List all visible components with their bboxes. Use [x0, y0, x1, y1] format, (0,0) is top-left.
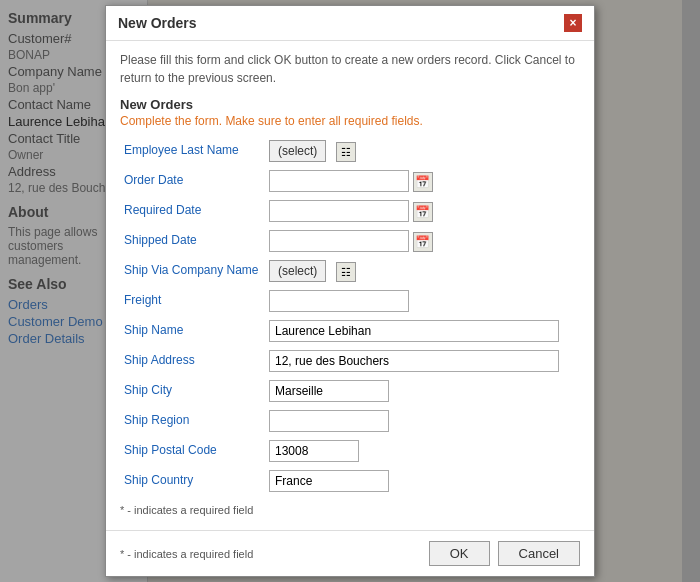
- required-date-cell: 📅: [265, 196, 580, 226]
- shipped-date-input[interactable]: [269, 230, 409, 252]
- ship-postal-code-label: Ship Postal Code: [120, 436, 265, 466]
- table-row: Ship Region: [120, 406, 580, 436]
- ship-name-input[interactable]: [269, 320, 559, 342]
- ship-country-cell: [265, 466, 580, 496]
- dialog-close-button[interactable]: ×: [564, 14, 582, 32]
- table-row: Ship Name: [120, 316, 580, 346]
- order-date-label: Order Date: [120, 166, 265, 196]
- ship-name-label: Ship Name: [120, 316, 265, 346]
- ship-country-input[interactable]: [269, 470, 389, 492]
- footer-buttons: OK Cancel: [429, 541, 580, 566]
- required-date-label: Required Date: [120, 196, 265, 226]
- dialog-title: New Orders: [118, 15, 197, 31]
- ship-postal-code-cell: [265, 436, 580, 466]
- shipped-date-cell: 📅: [265, 226, 580, 256]
- freight-label: Freight: [120, 286, 265, 316]
- freight-input[interactable]: [269, 290, 409, 312]
- ship-via-label: Ship Via Company Name: [120, 256, 265, 286]
- ship-address-label: Ship Address: [120, 346, 265, 376]
- employee-last-name-label: Employee Last Name: [120, 136, 265, 166]
- table-row: Freight: [120, 286, 580, 316]
- dialog: New Orders × Please fill this form and c…: [105, 5, 595, 577]
- table-row: Shipped Date 📅: [120, 226, 580, 256]
- dialog-body: Please fill this form and click OK butto…: [106, 41, 594, 530]
- order-date-cell: 📅: [265, 166, 580, 196]
- dialog-titlebar: New Orders ×: [106, 6, 594, 41]
- order-date-calendar-icon[interactable]: 📅: [413, 172, 433, 192]
- ship-postal-code-input[interactable]: [269, 440, 359, 462]
- employee-last-name-cell: (select) ☷: [265, 136, 580, 166]
- ship-via-select-button[interactable]: (select): [269, 260, 326, 282]
- ship-city-label: Ship City: [120, 376, 265, 406]
- modal-overlay: New Orders × Please fill this form and c…: [0, 0, 700, 582]
- required-note: * - indicates a required field: [120, 496, 580, 520]
- table-row: Required Date 📅: [120, 196, 580, 226]
- employee-select-button[interactable]: (select): [269, 140, 326, 162]
- ship-address-input[interactable]: [269, 350, 559, 372]
- footer-required-note: * - indicates a required field: [120, 548, 253, 560]
- ship-region-cell: [265, 406, 580, 436]
- cancel-button[interactable]: Cancel: [498, 541, 580, 566]
- ship-via-cell: (select) ☷: [265, 256, 580, 286]
- dialog-intro-text: Please fill this form and click OK butto…: [120, 51, 580, 87]
- dialog-section-subtitle: Complete the form. Make sure to enter al…: [120, 114, 580, 128]
- freight-cell: [265, 286, 580, 316]
- table-row: Ship Country: [120, 466, 580, 496]
- required-date-calendar-icon[interactable]: 📅: [413, 202, 433, 222]
- shipped-date-label: Shipped Date: [120, 226, 265, 256]
- table-row: Ship Via Company Name (select) ☷: [120, 256, 580, 286]
- required-date-input[interactable]: [269, 200, 409, 222]
- ship-country-label: Ship Country: [120, 466, 265, 496]
- ship-city-cell: [265, 376, 580, 406]
- shipped-date-calendar-icon[interactable]: 📅: [413, 232, 433, 252]
- ship-region-input[interactable]: [269, 410, 389, 432]
- form-table: Employee Last Name (select) ☷ Order Date…: [120, 136, 580, 496]
- dialog-footer: * - indicates a required field OK Cancel: [106, 530, 594, 576]
- table-row: Ship Postal Code: [120, 436, 580, 466]
- order-date-input[interactable]: [269, 170, 409, 192]
- table-row: Ship Address: [120, 346, 580, 376]
- table-row: Ship City: [120, 376, 580, 406]
- table-row: Order Date 📅: [120, 166, 580, 196]
- ship-city-input[interactable]: [269, 380, 389, 402]
- ship-region-label: Ship Region: [120, 406, 265, 436]
- table-row: Employee Last Name (select) ☷: [120, 136, 580, 166]
- ship-address-cell: [265, 346, 580, 376]
- ship-via-lookup-icon[interactable]: ☷: [336, 262, 356, 282]
- dialog-section-title: New Orders: [120, 97, 580, 112]
- employee-lookup-icon[interactable]: ☷: [336, 142, 356, 162]
- ok-button[interactable]: OK: [429, 541, 490, 566]
- ship-name-cell: [265, 316, 580, 346]
